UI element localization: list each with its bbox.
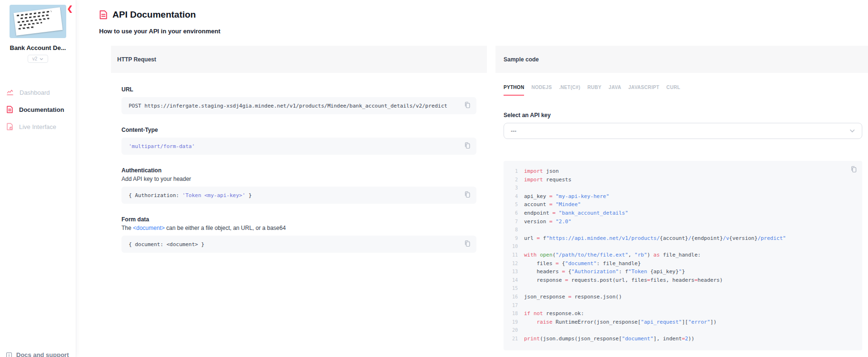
http-request-panel-header: HTTP Request bbox=[111, 46, 487, 73]
code-line: 20 bbox=[504, 326, 843, 335]
document-preview-image bbox=[13, 7, 62, 36]
code-line: 2import requests bbox=[504, 176, 843, 184]
main-content: API Documentation How to use your API in… bbox=[76, 0, 868, 357]
tab-javascript[interactable]: JAVASCRIPT bbox=[628, 85, 659, 96]
copy-icon[interactable] bbox=[464, 101, 470, 110]
code-line: 21print(json.dumps(json_response["docume… bbox=[504, 335, 843, 343]
code-line: 6endpoint = "bank_account_details" bbox=[504, 209, 843, 218]
code-line: 1import json bbox=[504, 167, 843, 176]
code-line: 10 bbox=[504, 242, 843, 251]
sidebar-item-dashboard[interactable]: Dashboard bbox=[0, 84, 76, 101]
document-check-icon bbox=[6, 123, 13, 130]
sidebar-item-label: Documentation bbox=[19, 106, 64, 113]
code-line: 17 bbox=[504, 301, 843, 310]
code-line: 7version = "2.0" bbox=[504, 218, 843, 226]
code-line: 18if not response.ok: bbox=[504, 309, 843, 318]
content-type-section: Content-Type 'multipart/form-data' bbox=[121, 127, 476, 155]
url-value: https://infergate.staging-xsdj4gia.minde… bbox=[144, 103, 447, 109]
code-line: 15 bbox=[504, 284, 843, 293]
copy-icon[interactable] bbox=[464, 240, 470, 248]
auth-prefix: { Authorization: bbox=[129, 192, 182, 198]
sample-code-panel: Sample code PYTHONNODEJS.NET(C#)RUBYJAVA… bbox=[495, 46, 868, 350]
page-title: API Documentation bbox=[112, 10, 196, 20]
form-data-value: { document: <document> } bbox=[129, 241, 204, 248]
version-selector[interactable]: v2 bbox=[28, 55, 49, 63]
content-type-label: Content-Type bbox=[121, 127, 476, 133]
chevron-down-icon bbox=[849, 128, 855, 134]
code-line: 4api_key = "my-api-key-here" bbox=[504, 192, 843, 201]
code-line: 16json_response = response.json() bbox=[504, 293, 843, 301]
form-data-description: The <document> can be either a file obje… bbox=[121, 225, 476, 231]
language-tabs: PYTHONNODEJS.NET(C#)RUBYJAVAJAVASCRIPTCU… bbox=[504, 85, 862, 96]
content-type-value: 'multipart/form-data' bbox=[129, 143, 195, 149]
copy-icon[interactable] bbox=[464, 142, 470, 150]
chart-icon bbox=[6, 89, 14, 96]
tab-python[interactable]: PYTHON bbox=[504, 85, 524, 96]
tab-netc[interactable]: .NET(C#) bbox=[559, 85, 580, 96]
code-line: 19 raise RuntimeError(json_response["api… bbox=[504, 318, 843, 327]
document-icon bbox=[99, 10, 108, 20]
document-link[interactable]: <document> bbox=[133, 225, 165, 231]
document-icon bbox=[6, 106, 13, 113]
http-method: POST bbox=[129, 103, 141, 109]
url-label: URL bbox=[121, 86, 476, 93]
page-header: API Documentation bbox=[99, 10, 868, 20]
http-request-panel: HTTP Request URL POST https://infergate.… bbox=[111, 46, 487, 265]
auth-suffix: } bbox=[245, 192, 252, 198]
code-block-lines: 1import json2import requests34api_key = … bbox=[504, 167, 843, 343]
sample-code-panel-title: Sample code bbox=[504, 56, 539, 63]
code-line: 9url = f"https://api.mindee.net/v1/produ… bbox=[504, 234, 843, 243]
content-type-codebox: 'multipart/form-data' bbox=[121, 138, 476, 155]
code-line: 5account = "Mindee" bbox=[504, 200, 843, 209]
tab-ruby[interactable]: RUBY bbox=[587, 85, 602, 96]
authentication-codebox: { Authorization: 'Token <my-api-key>' } bbox=[121, 187, 476, 204]
form-data-desc-before: The bbox=[121, 225, 133, 231]
page-subtitle: How to use your API in your environment bbox=[99, 28, 868, 35]
form-data-codebox: { document: <document> } bbox=[121, 236, 476, 253]
form-data-label: Form data bbox=[121, 216, 476, 223]
version-label: v2 bbox=[32, 56, 38, 61]
tab-java[interactable]: JAVA bbox=[609, 85, 621, 96]
sidebar-collapse-icon[interactable]: ❮ bbox=[67, 5, 73, 12]
copy-icon[interactable] bbox=[464, 191, 470, 199]
code-block: 1import json2import requests34api_key = … bbox=[504, 161, 862, 350]
product-title: Bank Account De... bbox=[0, 44, 76, 51]
sample-code-panel-header: Sample code bbox=[495, 46, 868, 73]
authentication-label: Authentication bbox=[121, 167, 476, 174]
authentication-description: Add API key to your header bbox=[121, 176, 476, 182]
code-line: 3 bbox=[504, 184, 843, 192]
url-codebox: POST https://infergate.staging-xsdj4gia.… bbox=[121, 97, 476, 114]
sidebar-item-label: Live Interface bbox=[19, 123, 56, 130]
sidebar-nav: Dashboard Documentation Live Interface bbox=[0, 84, 76, 135]
copy-icon[interactable] bbox=[851, 166, 857, 174]
docs-and-support-link[interactable]: Docs and support bbox=[6, 351, 69, 357]
info-icon bbox=[6, 352, 12, 357]
sidebar-item-documentation[interactable]: Documentation bbox=[0, 101, 76, 118]
code-line: 14 response = requests.post(url, files=f… bbox=[504, 276, 843, 285]
code-line: 13 headers = {"Authorization": f"Token {… bbox=[504, 268, 843, 276]
form-data-section: Form data The <document> can be either a… bbox=[121, 216, 476, 253]
sidebar-item-label: Dashboard bbox=[20, 89, 50, 96]
http-request-panel-title: HTTP Request bbox=[117, 56, 156, 63]
auth-token-value: 'Token <my-api-key>' bbox=[182, 192, 245, 198]
code-line: 8 bbox=[504, 226, 843, 234]
form-data-desc-after: can be either a file object, an URL, or … bbox=[165, 225, 286, 231]
api-key-label: Select an API key bbox=[504, 112, 862, 119]
chevron-down-icon bbox=[40, 58, 43, 60]
sidebar-item-live-interface[interactable]: Live Interface bbox=[0, 118, 76, 135]
tab-nodejs[interactable]: NODEJS bbox=[531, 85, 552, 96]
docs-and-support-label: Docs and support bbox=[16, 351, 69, 357]
api-key-select[interactable]: --- bbox=[504, 123, 862, 139]
code-line: 11with open("/path/to/the/file.ext", "rb… bbox=[504, 251, 843, 259]
tab-curl[interactable]: CURL bbox=[666, 85, 680, 96]
authentication-section: Authentication Add API key to your heade… bbox=[121, 167, 476, 204]
code-line: 12 files = {"document": file_handle} bbox=[504, 259, 843, 268]
url-section: URL POST https://infergate.staging-xsdj4… bbox=[121, 86, 476, 114]
app-root: ❮ Bank Account De... v2 Dashboard Docume… bbox=[0, 0, 868, 357]
product-thumbnail[interactable] bbox=[10, 5, 66, 38]
api-key-selected-value: --- bbox=[511, 128, 516, 134]
sidebar: ❮ Bank Account De... v2 Dashboard Docume… bbox=[0, 0, 76, 357]
